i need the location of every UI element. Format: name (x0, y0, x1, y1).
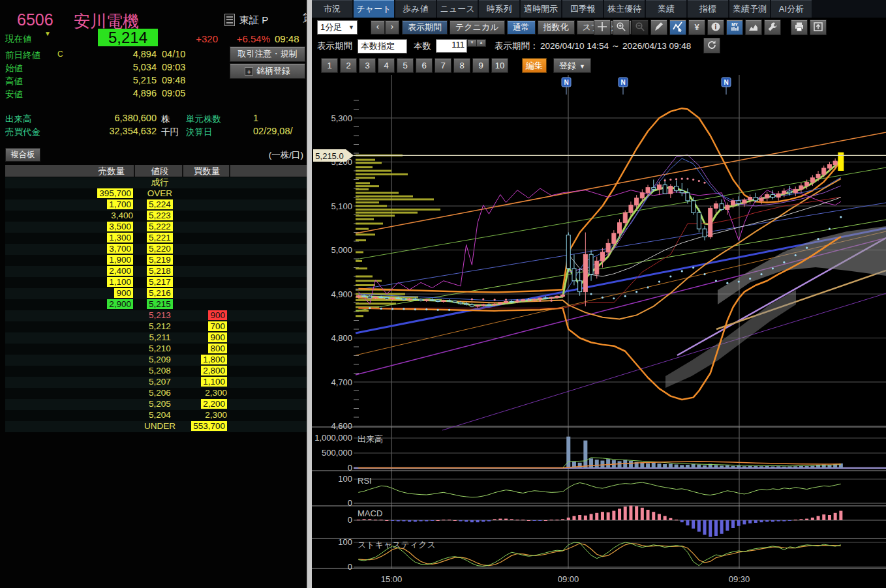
price-level[interactable]: 5,206 (139, 388, 181, 398)
toolbar-button-表示期間[interactable]: 表示期間 (402, 20, 448, 35)
price-level[interactable]: 5,211 (139, 332, 181, 343)
next-button[interactable]: › (385, 20, 399, 35)
sell-quantity[interactable]: 1,300 (107, 233, 133, 243)
sell-quantity[interactable]: 900 (114, 288, 133, 299)
page-button-7[interactable]: 7 (435, 58, 451, 73)
buy-quantity[interactable]: 800 (208, 344, 227, 354)
buy-quantity[interactable]: 900 (208, 332, 227, 343)
price-header[interactable]: 値段 (139, 166, 181, 177)
chart-canvas[interactable]: 5,3005,2005,1005,0004,9004,8004,7004,600… (312, 75, 886, 588)
tab-時系列[interactable]: 時系列 (479, 0, 519, 18)
price-level[interactable]: 5,218 (139, 266, 181, 276)
buy-quantity[interactable]: 2,200 (201, 399, 227, 409)
interval-select[interactable]: 1分足▼ (317, 20, 358, 35)
buy-quantity[interactable]: 1,800 (201, 355, 227, 365)
price-level[interactable]: 5,208 (139, 366, 181, 376)
toolbar-button-テクニカル[interactable]: テクニカル (450, 20, 505, 35)
tab-業績[interactable]: 業績 (646, 0, 686, 18)
price-level[interactable]: 5,221 (139, 233, 181, 243)
page-button-6[interactable]: 6 (416, 58, 433, 73)
tab-指標[interactable]: 指標 (688, 0, 728, 18)
page-button-5[interactable]: 5 (397, 58, 414, 73)
register-dropdown-button[interactable]: 登録▼ (553, 58, 591, 73)
page-button-3[interactable]: 3 (359, 58, 376, 73)
buy-qty-header[interactable]: 買数量 (185, 166, 228, 177)
draw-icon[interactable] (650, 20, 667, 35)
tab-ニュース[interactable]: ニュース (437, 0, 478, 18)
tab-業績予測[interactable]: 業績予測 (729, 0, 770, 18)
trade-caution-button[interactable]: 取引注意・規制 (230, 46, 305, 62)
price-level[interactable]: 5,213 (139, 310, 181, 321)
price-level[interactable]: 5,224 (139, 199, 181, 210)
sell-quantity[interactable]: 1,700 (107, 199, 133, 210)
page-button-4[interactable]: 4 (378, 58, 395, 73)
toolbar-button-指数化[interactable]: 指数化 (538, 20, 575, 35)
tab-株主優待[interactable]: 株主優待 (604, 0, 645, 18)
tab-AI分析[interactable]: AI分析 (771, 0, 812, 18)
export-icon[interactable] (810, 20, 827, 35)
tab-市況[interactable]: 市況 (312, 0, 352, 18)
register-symbol-button[interactable]: ＋銘柄登録 (230, 63, 305, 79)
price-level[interactable]: 5,217 (139, 277, 181, 287)
wrench-icon[interactable] (764, 20, 781, 35)
price-level[interactable]: 5,215 (139, 299, 181, 310)
buy-quantity[interactable]: 553,700 (191, 421, 227, 432)
count-up-spinner[interactable]: ▲ (476, 39, 486, 47)
page-button-2[interactable]: 2 (340, 58, 357, 73)
price-level[interactable]: OVER (139, 188, 181, 199)
price-level[interactable]: 5,210 (139, 344, 181, 354)
edit-button[interactable]: 編集 (522, 58, 547, 73)
price-level[interactable]: UNDER (139, 421, 181, 432)
sell-quantity[interactable]: 1,900 (107, 255, 133, 265)
price-level[interactable]: 5,216 (139, 288, 181, 299)
price-level[interactable]: 5,223 (139, 211, 181, 221)
bar-count-input[interactable]: 111 (436, 39, 467, 53)
sell-quantity[interactable]: 2,900 (107, 299, 133, 310)
document-icon[interactable] (224, 14, 235, 26)
price-level[interactable]: 5,204 (139, 410, 181, 420)
price-level[interactable]: 5,219 (139, 255, 181, 265)
prev-button[interactable]: ‹ (371, 20, 385, 35)
yen-icon[interactable]: ¥ (688, 20, 705, 35)
price-level[interactable]: 5,207 (139, 377, 181, 387)
price-level[interactable]: 成行 (139, 177, 181, 188)
price-level[interactable]: 5,222 (139, 222, 181, 232)
sell-quantity[interactable]: 3,400 (111, 211, 133, 221)
trendline-cursor-icon[interactable] (669, 20, 686, 35)
toolbar-button-通常[interactable]: 通常 (507, 20, 536, 35)
print-icon[interactable] (791, 20, 808, 35)
sell-quantity[interactable]: 3,700 (107, 244, 133, 254)
crosshair-icon[interactable] (594, 20, 611, 35)
info-icon[interactable]: i (707, 20, 724, 35)
buy-quantity[interactable]: 2,300 (205, 410, 227, 420)
buy-quantity[interactable]: 2,800 (201, 366, 227, 376)
price-level[interactable]: 5,212 (139, 321, 181, 332)
sell-quantity[interactable]: 2,400 (107, 266, 133, 276)
price-level[interactable]: 5,220 (139, 244, 181, 254)
sell-qty-header[interactable]: 売数量 (90, 166, 133, 177)
count-down-spinner[interactable]: ▼ (467, 39, 477, 47)
page-button-1[interactable]: 1 (321, 58, 338, 73)
tab-四季報[interactable]: 四季報 (562, 0, 603, 18)
area-chart-icon[interactable] (745, 20, 762, 35)
sell-quantity[interactable]: 1,100 (107, 277, 133, 287)
page-button-8[interactable]: 8 (453, 58, 470, 73)
buy-quantity[interactable]: 900 (208, 310, 227, 321)
zoom-in-icon[interactable] (613, 20, 630, 35)
price-level[interactable]: 5,205 (139, 399, 181, 409)
my-chart-icon[interactable]: MY (726, 20, 743, 35)
tab-チャート[interactable]: チャート (354, 0, 394, 18)
price-level[interactable]: 5,209 (139, 355, 181, 365)
page-button-10[interactable]: 10 (491, 58, 508, 73)
count-mode-select[interactable]: 本数指定▼ (358, 39, 407, 53)
composite-board-button[interactable]: 複合板 (5, 148, 40, 162)
buy-quantity[interactable]: 700 (208, 321, 227, 332)
sell-quantity[interactable]: 395,700 (97, 188, 133, 199)
refresh-icon[interactable] (703, 38, 720, 53)
page-button-9[interactable]: 9 (472, 58, 489, 73)
sell-quantity[interactable]: 3,500 (107, 222, 133, 232)
buy-quantity[interactable]: 1,100 (201, 377, 227, 387)
tab-歩み値[interactable]: 歩み値 (395, 0, 436, 18)
buy-quantity[interactable]: 2,300 (205, 388, 227, 398)
tab-適時開示[interactable]: 適時開示 (521, 0, 561, 18)
